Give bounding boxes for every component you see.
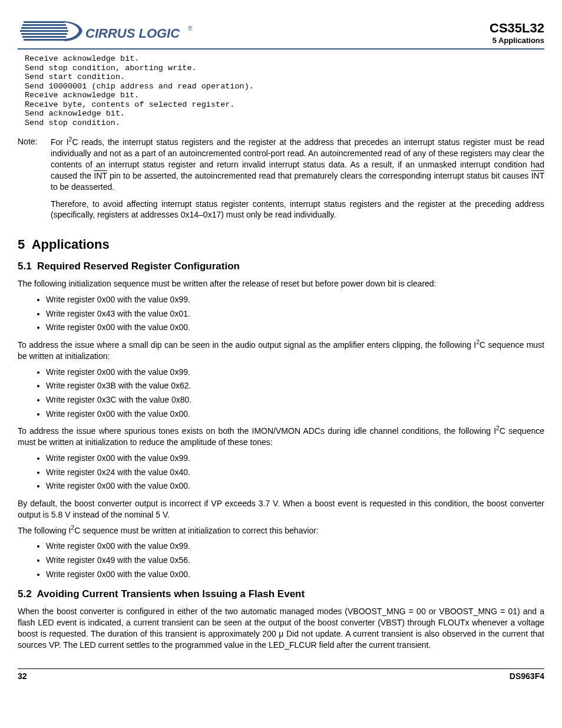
cirrus-logic-logo: CIRRUS LOGIC ® [18, 18, 194, 47]
list-item: Write register 0x3C with the value 0x80. [46, 394, 544, 406]
page-footer: 32 DS963F4 [18, 668, 544, 681]
sec52-para: When the boost converter is configured i… [18, 606, 544, 651]
list-item: Write register 0x00 with the value 0x99. [46, 541, 544, 552]
list-item: Write register 0x00 with the value 0x00. [46, 409, 544, 420]
note-block: Note: For I2C reads, the interrupt statu… [18, 137, 544, 226]
svg-text:®: ® [188, 25, 193, 32]
code-block: Receive acknowledge bit. Send stop condi… [25, 54, 544, 127]
sec51-list-2: Write register 0x00 with the value 0x99.… [46, 367, 544, 420]
sec51-para4: By default, the boost converter output i… [18, 498, 544, 521]
sec51-list-1: Write register 0x00 with the value 0x99.… [46, 294, 544, 334]
page-header: CIRRUS LOGIC ® CS35L32 5 Applications [18, 18, 544, 50]
list-item: Write register 0x00 with the value 0x00. [46, 569, 544, 581]
sec51-list-4: Write register 0x00 with the value 0x99.… [46, 541, 544, 580]
sec51-para5: The following I2C sequence must be writt… [18, 525, 544, 536]
doc-number: DS963F4 [510, 671, 544, 681]
svg-rect-1 [22, 24, 66, 26]
note-label: Note: [18, 137, 51, 226]
note-body: For I2C reads, the interrupt status regi… [51, 137, 544, 226]
list-item: Write register 0x24 with the value 0x40. [46, 467, 544, 479]
note-paragraph-2: Therefore, to avoid affecting interrupt … [51, 199, 544, 221]
brand-text: CIRRUS LOGIC [85, 26, 180, 41]
list-item: Write register 0x00 with the value 0x99. [46, 367, 544, 378]
sec51-para3: To address the issue where spurious tone… [18, 426, 544, 448]
section-5-heading: 5 Applications [18, 237, 544, 252]
sec51-list-3: Write register 0x00 with the value 0x99.… [46, 453, 544, 492]
list-item: Write register 0x00 with the value 0x00. [46, 322, 544, 334]
svg-rect-6 [24, 39, 65, 41]
svg-rect-2 [21, 27, 67, 29]
note-paragraph-1: For I2C reads, the interrupt status regi… [51, 137, 544, 192]
svg-rect-5 [22, 36, 66, 38]
svg-rect-4 [21, 33, 67, 35]
header-right: CS35L32 5 Applications [490, 21, 544, 45]
list-item: Write register 0x00 with the value 0x99. [46, 453, 544, 465]
svg-rect-0 [24, 21, 65, 23]
page-number: 32 [18, 671, 27, 681]
section-5-2-heading: 5.2 Avoiding Current Transients when Iss… [18, 588, 544, 600]
list-item: Write register 0x3B with the value 0x62. [46, 380, 544, 392]
header-section-ref: 5 Applications [490, 36, 544, 45]
section-5-1-heading: 5.1 Required Reserved Register Configura… [18, 261, 544, 272]
list-item: Write register 0x43 with the value 0x01. [46, 308, 544, 320]
part-number: CS35L32 [490, 21, 544, 36]
svg-rect-3 [20, 30, 68, 32]
sec51-para2: To address the issue where a small dip c… [18, 340, 544, 362]
list-item: Write register 0x00 with the value 0x00. [46, 480, 544, 492]
list-item: Write register 0x00 with the value 0x99. [46, 294, 544, 306]
list-item: Write register 0x49 with the value 0x56. [46, 555, 544, 566]
sec51-intro: The following initialization sequence mu… [18, 278, 544, 289]
